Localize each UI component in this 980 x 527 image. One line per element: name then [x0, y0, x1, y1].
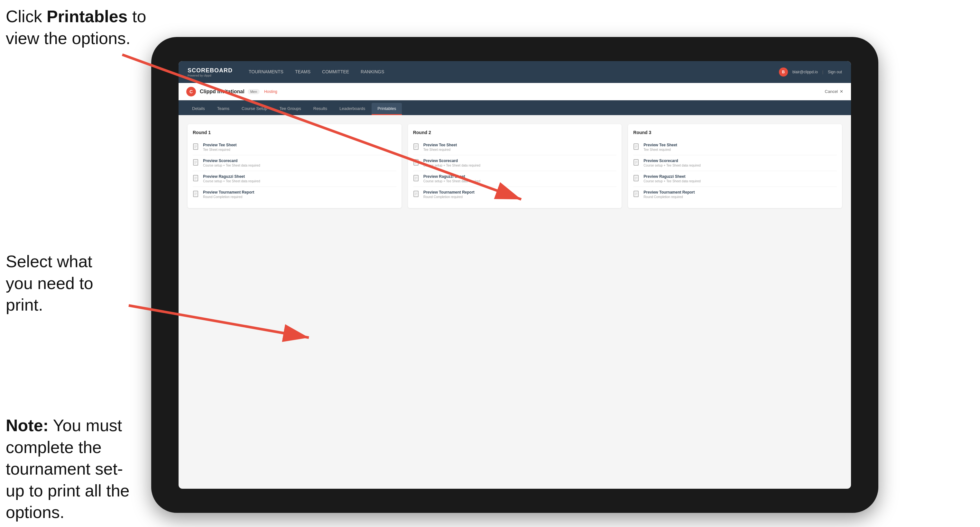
nav-committee[interactable]: COMMITTEE — [316, 61, 355, 83]
tab-results[interactable]: Results — [307, 103, 333, 115]
round-3-raguzzi[interactable]: Preview Raguzzi Sheet Course setup + Tee… — [633, 171, 837, 187]
annotation-top: Click Printables toview the options. — [6, 6, 146, 49]
user-avatar: B — [779, 68, 788, 76]
round-3-tournament-report[interactable]: Preview Tournament Report Round Completi… — [633, 187, 837, 202]
annotation-bottom: Note: You must complete the tournament s… — [6, 415, 135, 524]
tournament-logo-icon: C — [186, 87, 196, 97]
round-2-raguzzi[interactable]: Preview Raguzzi Sheet Course setup + Tee… — [413, 171, 617, 187]
round-3-tee-sheet-sub: Tee Sheet required — [643, 148, 677, 151]
logo-title: SCOREBOARD — [188, 67, 232, 74]
round-1-raguzzi[interactable]: Preview Raguzzi Sheet Course setup + Tee… — [193, 171, 396, 187]
round-1-scorecard[interactable]: Preview Scorecard Course setup + Tee She… — [193, 155, 396, 171]
round-1-raguzzi-sub: Course setup + Tee Sheet data required — [203, 179, 260, 183]
tab-details[interactable]: Details — [186, 103, 211, 115]
round-2-scorecard-text: Preview Scorecard Course setup + Tee She… — [423, 159, 480, 167]
round-3-scorecard-title: Preview Scorecard — [643, 159, 700, 163]
round-3-tee-sheet-text: Preview Tee Sheet Tee Sheet required — [643, 143, 677, 151]
tab-leaderboards[interactable]: Leaderboards — [334, 103, 371, 115]
scoreboard-logo: SCOREBOARD Powered by clippd — [188, 67, 232, 77]
tournament-status: Hosting — [264, 89, 277, 94]
round-2-report-text: Preview Tournament Report Round Completi… — [423, 190, 474, 199]
round-1-column: Round 1 Preview Tee Sheet Tee Sheet requ… — [188, 124, 401, 208]
main-content: Round 1 Preview Tee Sheet Tee Sheet requ… — [178, 115, 851, 217]
top-nav: SCOREBOARD Powered by clippd TOURNAMENTS… — [178, 61, 851, 83]
document-icon — [193, 175, 200, 183]
round-1-tee-sheet-text: Preview Tee Sheet Tee Sheet required — [203, 143, 237, 151]
nav-rankings[interactable]: RANKINGS — [355, 61, 390, 83]
round-2-title: Round 2 — [413, 130, 617, 135]
round-3-tee-sheet-title: Preview Tee Sheet — [643, 143, 677, 147]
round-2-tee-sheet-text: Preview Tee Sheet Tee Sheet required — [423, 143, 457, 151]
user-email: blair@clippd.io — [792, 70, 818, 74]
tournament-badge: Men — [248, 89, 259, 94]
round-1-report-sub: Round Completion required — [203, 195, 254, 199]
round-1-report-title: Preview Tournament Report — [203, 190, 254, 195]
document-icon — [413, 159, 420, 168]
round-1-tee-sheet-title: Preview Tee Sheet — [203, 143, 237, 147]
round-3-tee-sheet[interactable]: Preview Tee Sheet Tee Sheet required — [633, 140, 837, 155]
round-2-tee-sheet-sub: Tee Sheet required — [423, 148, 457, 151]
round-2-report-sub: Round Completion required — [423, 195, 474, 199]
round-1-scorecard-text: Preview Scorecard Course setup + Tee She… — [203, 159, 260, 167]
round-3-report-title: Preview Tournament Report — [643, 190, 695, 195]
round-2-scorecard[interactable]: Preview Scorecard Course setup + Tee She… — [413, 155, 617, 171]
round-2-raguzzi-sub: Course setup + Tee Sheet data required — [423, 179, 480, 183]
nav-teams[interactable]: TEAMS — [289, 61, 316, 83]
annotation-bottom-text: Note: You must complete the tournament s… — [6, 416, 129, 522]
round-3-title: Round 3 — [633, 130, 837, 135]
round-2-raguzzi-title: Preview Raguzzi Sheet — [423, 174, 480, 179]
annotation-middle-text: Select what you need to print. — [6, 252, 93, 314]
round-2-tournament-report[interactable]: Preview Tournament Report Round Completi… — [413, 187, 617, 202]
round-3-report-sub: Round Completion required — [643, 195, 695, 199]
nav-separator: | — [822, 70, 823, 74]
tablet-screen: SCOREBOARD Powered by clippd TOURNAMENTS… — [178, 61, 851, 489]
document-icon — [633, 190, 640, 199]
tab-tee-groups[interactable]: Tee Groups — [274, 103, 307, 115]
document-icon — [413, 190, 420, 199]
document-icon — [193, 159, 200, 168]
round-3-raguzzi-text: Preview Raguzzi Sheet Course setup + Tee… — [643, 174, 700, 183]
tablet-device: SCOREBOARD Powered by clippd TOURNAMENTS… — [151, 37, 878, 513]
round-3-scorecard-text: Preview Scorecard Course setup + Tee She… — [643, 159, 700, 167]
cancel-label: Cancel — [825, 89, 838, 94]
sign-out-button[interactable]: Sign out — [828, 70, 842, 74]
tab-teams[interactable]: Teams — [212, 103, 235, 115]
top-nav-right: B blair@clippd.io | Sign out — [779, 68, 842, 76]
rounds-container: Round 1 Preview Tee Sheet Tee Sheet requ… — [188, 124, 842, 208]
round-3-raguzzi-sub: Course setup + Tee Sheet data required — [643, 179, 700, 183]
document-icon — [413, 143, 420, 152]
round-1-raguzzi-title: Preview Raguzzi Sheet — [203, 174, 260, 179]
tab-printables[interactable]: Printables — [372, 103, 402, 115]
round-1-scorecard-title: Preview Scorecard — [203, 159, 260, 163]
round-3-scorecard[interactable]: Preview Scorecard Course setup + Tee She… — [633, 155, 837, 171]
document-icon — [193, 190, 200, 199]
round-2-raguzzi-text: Preview Raguzzi Sheet Course setup + Tee… — [423, 174, 480, 183]
tournament-header: C Clippd Invitational Men Hosting Cancel… — [178, 83, 851, 100]
round-2-tee-sheet[interactable]: Preview Tee Sheet Tee Sheet required — [413, 140, 617, 155]
tab-course-setup[interactable]: Course Setup — [236, 103, 273, 115]
round-3-column: Round 3 Preview Tee Sheet Tee Sheet requ… — [628, 124, 842, 208]
round-3-scorecard-sub: Course setup + Tee Sheet data required — [643, 163, 700, 167]
top-nav-links: TOURNAMENTS TEAMS COMMITTEE RANKINGS — [243, 61, 779, 83]
document-icon — [633, 175, 640, 183]
round-2-scorecard-sub: Course setup + Tee Sheet data required — [423, 163, 480, 167]
tournament-name: Clippd Invitational — [200, 89, 245, 95]
round-1-raguzzi-text: Preview Raguzzi Sheet Course setup + Tee… — [203, 174, 260, 183]
round-2-tee-sheet-title: Preview Tee Sheet — [423, 143, 457, 147]
round-2-report-title: Preview Tournament Report — [423, 190, 474, 195]
round-3-report-text: Preview Tournament Report Round Completi… — [643, 190, 695, 199]
sub-nav: Details Teams Course Setup Tee Groups Re… — [178, 100, 851, 115]
round-1-title: Round 1 — [193, 130, 396, 135]
document-icon — [413, 175, 420, 183]
cancel-button[interactable]: Cancel ✕ — [825, 89, 843, 94]
round-1-scorecard-sub: Course setup + Tee Sheet data required — [203, 163, 260, 167]
document-icon — [633, 159, 640, 168]
document-icon — [633, 143, 640, 152]
nav-tournaments[interactable]: TOURNAMENTS — [243, 61, 289, 83]
round-3-raguzzi-title: Preview Raguzzi Sheet — [643, 174, 700, 179]
round-1-tournament-report[interactable]: Preview Tournament Report Round Completi… — [193, 187, 396, 202]
annotation-top-text: Click Printables toview the options. — [6, 7, 146, 48]
logo-subtitle: Powered by clippd — [188, 74, 232, 77]
round-1-tee-sheet[interactable]: Preview Tee Sheet Tee Sheet required — [193, 140, 396, 155]
round-2-scorecard-title: Preview Scorecard — [423, 159, 480, 163]
